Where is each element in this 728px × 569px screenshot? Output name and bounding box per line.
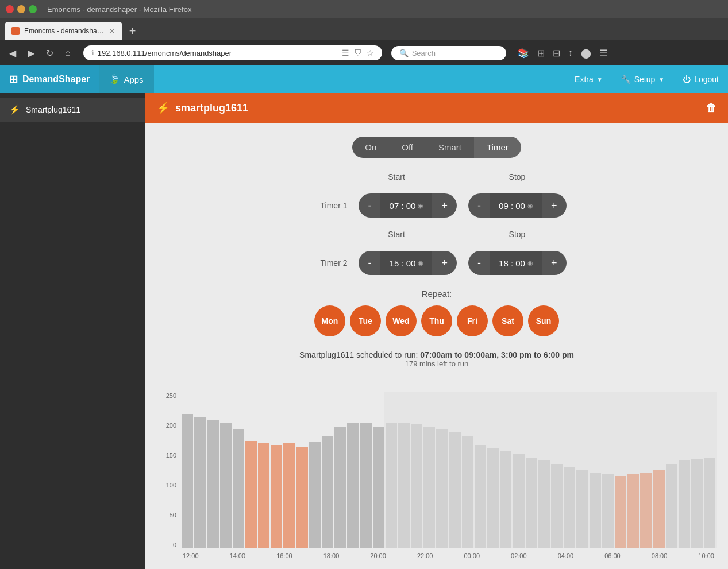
- extra-button[interactable]: Extra ▼: [565, 65, 612, 93]
- bar-15: [373, 427, 384, 548]
- close-button[interactable]: [6, 5, 14, 13]
- search-icon: 🔍: [399, 49, 409, 57]
- logout-icon: ⏻: [683, 75, 691, 84]
- bar-21: [449, 432, 461, 548]
- chart-wrapper: 250 200 150 100 50 0 12:00 14:00 16:00 1…: [157, 392, 717, 564]
- day-mon[interactable]: Mon: [314, 305, 345, 336]
- window-title: Emoncms - demandshaper - Mozilla Firefox: [47, 5, 191, 14]
- timer2-start-minus[interactable]: -: [359, 251, 380, 275]
- setup-button[interactable]: 🔧 Setup ▼: [612, 65, 674, 93]
- timer2-start-plus[interactable]: +: [432, 251, 457, 275]
- repeat-label: Repeat:: [159, 289, 714, 299]
- bar-39: [679, 460, 690, 548]
- bar-group-41: [704, 392, 715, 548]
- bar-group-29: [551, 392, 563, 548]
- day-fri[interactable]: Fri: [457, 305, 488, 336]
- timer2-start-group: - 15 : 00 ◉ +: [359, 251, 457, 275]
- mode-timer-button[interactable]: Timer: [474, 137, 521, 158]
- address-bar[interactable]: ℹ 192.168.0.111/emoncms/demandshaper ☰ ⛉…: [83, 45, 382, 60]
- sidebar-item-smartplug[interactable]: ⚡ Smartplug1611: [0, 98, 145, 122]
- minimize-button[interactable]: [17, 5, 25, 13]
- star-icon[interactable]: ☆: [367, 48, 374, 57]
- search-box[interactable]: 🔍 Search: [391, 46, 506, 60]
- status-main: Smartplug1611 scheduled to run: 07:00am …: [159, 350, 714, 359]
- sidebar: ⚡ Smartplug1611: [0, 93, 145, 569]
- y-label-0: 0: [157, 541, 176, 548]
- timer1-stop-minus[interactable]: -: [468, 193, 490, 218]
- setup-dropdown-icon: ▼: [658, 76, 664, 83]
- bar-12: [334, 427, 346, 548]
- smartplug-icon: ⚡: [9, 104, 20, 115]
- bar-group-34: [615, 392, 626, 548]
- timer1-start-label: Start: [388, 172, 405, 181]
- browser-tabbar: Emoncms - demandsha… ✕ +: [0, 18, 728, 40]
- timer2-stop-plus[interactable]: +: [542, 251, 567, 275]
- bookmarks-icon[interactable]: 📚: [515, 47, 531, 60]
- timer1-stop-plus[interactable]: +: [542, 193, 567, 218]
- delete-button[interactable]: 🗑: [706, 102, 717, 114]
- bar-19: [423, 427, 435, 548]
- mode-smart-button[interactable]: Smart: [426, 137, 474, 158]
- mode-off-button[interactable]: Off: [389, 137, 426, 158]
- nav-apps[interactable]: 🍃 Apps: [99, 65, 153, 93]
- device-title: smartplug1611: [175, 102, 248, 114]
- bookmark-icon[interactable]: ⛉: [354, 48, 362, 57]
- new-tab-button[interactable]: +: [125, 22, 141, 40]
- menu-icon[interactable]: ☰: [597, 47, 610, 60]
- browser-tab[interactable]: Emoncms - demandsha… ✕: [5, 22, 122, 40]
- timer1-stop-indicator: ◉: [527, 202, 533, 210]
- timer2-stop-minus[interactable]: -: [468, 251, 490, 275]
- day-sat[interactable]: Sat: [492, 305, 523, 336]
- reload-button[interactable]: ↻: [43, 45, 57, 61]
- x-label-0800: 08:00: [652, 552, 668, 559]
- timer2-stop-text: 18 : 00: [499, 258, 525, 268]
- day-wed[interactable]: Wed: [386, 305, 417, 336]
- tab-grid-icon[interactable]: ⊟: [550, 47, 563, 60]
- brand-button[interactable]: ⊞ DemandShaper: [0, 65, 99, 93]
- timer2-start-control: - 15 : 00 ◉ +: [359, 251, 457, 275]
- logout-label: Logout: [694, 75, 719, 84]
- x-axis: 12:00 14:00 16:00 18:00 20:00 22:00 00:0…: [180, 548, 717, 564]
- x-label-2200: 22:00: [417, 552, 433, 559]
- bar-16: [386, 423, 397, 548]
- forward-button[interactable]: ▶: [24, 45, 38, 61]
- bar-36: [640, 473, 652, 548]
- tab-title: Emoncms - demandsha…: [24, 27, 104, 35]
- back-button[interactable]: ◀: [6, 45, 20, 61]
- bar-3: [220, 423, 232, 548]
- timer1-start-value: 07 : 00 ◉: [380, 193, 432, 218]
- day-sun[interactable]: Sun: [528, 305, 559, 336]
- sync-icon[interactable]: ↕: [566, 47, 575, 59]
- timer1-stop-group: - 09 : 00 ◉ +: [468, 193, 567, 218]
- address-right-icons: ☰ ⛉ ☆: [342, 48, 374, 57]
- home-button[interactable]: ⌂: [61, 45, 74, 60]
- logout-button[interactable]: ⏻ Logout: [673, 65, 728, 93]
- bar-group-9: [296, 392, 308, 548]
- bar-30: [564, 467, 575, 548]
- timer1-start-plus[interactable]: +: [432, 193, 457, 218]
- chart-container: 250 200 150 100 50 0 12:00 14:00 16:00 1…: [145, 386, 728, 569]
- bar-6: [258, 443, 269, 548]
- bar-group-8: [283, 392, 295, 548]
- timer1-stop-label: Stop: [509, 172, 526, 181]
- mode-on-button[interactable]: On: [352, 137, 389, 158]
- search-placeholder: Search: [412, 49, 436, 57]
- day-thu[interactable]: Thu: [421, 305, 452, 336]
- bar-17: [398, 423, 410, 548]
- sidebar-icon[interactable]: ⊞: [535, 47, 547, 60]
- bar-37: [653, 470, 664, 548]
- timer1-start-minus[interactable]: -: [359, 193, 380, 218]
- bar-group-36: [640, 392, 652, 548]
- extensions-icon[interactable]: ⬤: [579, 47, 594, 60]
- main-layout: ⚡ Smartplug1611 ⚡ smartplug1611 🗑 On Off…: [0, 93, 728, 569]
- timer2-row: Timer 2 - 15 : 00 ◉ + -: [159, 251, 714, 275]
- tab-close-icon[interactable]: ✕: [109, 26, 115, 36]
- reader-icon[interactable]: ☰: [342, 48, 349, 57]
- maximize-button[interactable]: [29, 5, 37, 13]
- tab-favicon: [11, 27, 20, 35]
- bar-group-2: [207, 392, 218, 548]
- repeat-section: Repeat: Mon Tue Wed Thu Fri Sat Sun: [159, 289, 714, 336]
- bar-group-17: [398, 392, 410, 548]
- x-label-1800: 18:00: [323, 552, 340, 559]
- day-tue[interactable]: Tue: [350, 305, 381, 336]
